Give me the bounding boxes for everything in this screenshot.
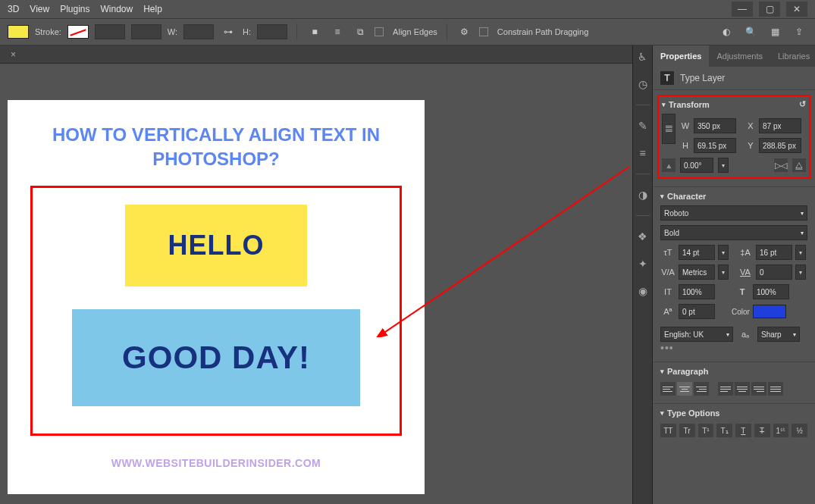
stroke-style-input[interactable]: [131, 24, 161, 39]
align-center-button[interactable]: [677, 382, 692, 396]
h-label: H: [680, 141, 691, 150]
transform-angle-input[interactable]: [680, 158, 713, 173]
chevron-down-icon[interactable]: ▾: [660, 409, 664, 417]
tab-close-icon[interactable]: ×: [6, 49, 20, 60]
properties-panel: Properties Adjustments Libraries T Type …: [652, 45, 815, 504]
goodday-text-box[interactable]: GOOD DAY!: [72, 309, 360, 406]
align-right-button[interactable]: [694, 382, 709, 396]
align-left-button[interactable]: [660, 382, 676, 396]
tracking-dropdown[interactable]: ▾: [795, 265, 806, 280]
stroke-width-input[interactable]: [95, 24, 125, 39]
rail-swatch-icon[interactable]: ≡: [636, 146, 650, 160]
constrain-checkbox[interactable]: [479, 27, 488, 36]
hscale-input[interactable]: [753, 284, 789, 299]
close-button[interactable]: ✕: [786, 2, 807, 17]
font-weight-select[interactable]: Bold▾: [660, 225, 807, 240]
menu-view[interactable]: View: [30, 4, 49, 14]
flip-horizontal-icon[interactable]: ▷◁: [774, 158, 788, 172]
subscript-button[interactable]: T: [754, 424, 770, 437]
font-size-input[interactable]: [679, 245, 715, 260]
tab-properties[interactable]: Properties: [653, 45, 709, 67]
rail-separator: [636, 174, 650, 174]
x-label: X: [745, 121, 756, 130]
justify-all-button[interactable]: [768, 382, 783, 396]
character-overflow-menu[interactable]: •••: [660, 342, 807, 354]
leading-dropdown[interactable]: ▾: [795, 245, 806, 260]
align-edges-checkbox[interactable]: [375, 27, 384, 36]
minimize-button[interactable]: —: [732, 2, 753, 17]
stroke-swatch[interactable]: [67, 25, 89, 39]
kerning-dropdown[interactable]: ▾: [718, 265, 729, 280]
arrange-icon[interactable]: ⧉: [352, 23, 368, 40]
fractions-button[interactable]: ½: [791, 424, 807, 437]
ordinal-button[interactable]: 1ˢᵗ: [773, 424, 789, 437]
hello-text-box[interactable]: HELLO: [125, 205, 307, 286]
transform-width-input[interactable]: [694, 118, 736, 133]
rail-layers-icon[interactable]: ❖: [636, 230, 650, 243]
chevron-down-icon[interactable]: ▾: [660, 193, 664, 200]
rail-paths-icon[interactable]: ✦: [636, 257, 650, 271]
rail-brush-icon[interactable]: ✎: [636, 119, 650, 133]
kerning-input[interactable]: [679, 265, 715, 280]
allcaps-button[interactable]: T¹: [698, 424, 714, 437]
language-select[interactable]: English: UK▾: [660, 327, 733, 342]
path-mode-icon[interactable]: ■: [306, 23, 323, 40]
transform-y-input[interactable]: [759, 138, 801, 153]
chevron-down-icon[interactable]: ▾: [660, 368, 664, 375]
font-size-dropdown[interactable]: ▾: [718, 245, 729, 260]
link-dimensions-icon[interactable]: 𝌆: [662, 114, 676, 144]
width-input[interactable]: [183, 24, 214, 39]
tracking-icon: VA: [738, 265, 753, 279]
collapsed-panel-dock: ♿︎ ◷ ✎ ≡ ◑ ❖ ✦ ◉: [632, 45, 652, 504]
leading-input[interactable]: [756, 245, 792, 260]
separator: [296, 23, 297, 40]
tab-libraries[interactable]: Libraries: [770, 45, 815, 67]
antialias-select[interactable]: Sharp▾: [757, 327, 800, 342]
link-wh-icon[interactable]: ⊶: [220, 23, 237, 40]
share-icon[interactable]: ⇪: [791, 23, 807, 40]
baseline-input[interactable]: [679, 304, 715, 319]
flip-vertical-icon[interactable]: ⧋: [792, 158, 806, 172]
layer-type-header: T Type Layer: [653, 67, 815, 90]
gear-icon[interactable]: ⚙: [456, 23, 473, 40]
rail-color-icon[interactable]: ◑: [636, 188, 650, 202]
rail-history-icon[interactable]: ♿︎: [636, 50, 650, 64]
workspace-icon[interactable]: ▦: [766, 23, 783, 40]
baseline-icon: Aª: [660, 305, 676, 318]
angle-dropdown[interactable]: ▾: [718, 158, 729, 173]
justify-right-button[interactable]: [751, 382, 766, 396]
transform-x-input[interactable]: [759, 118, 801, 133]
chevron-down-icon[interactable]: ▾: [662, 101, 666, 108]
tracking-input[interactable]: [756, 265, 792, 280]
justify-center-button[interactable]: [735, 382, 750, 396]
maximize-button[interactable]: ▢: [759, 2, 780, 17]
superscript-button[interactable]: T: [735, 424, 751, 437]
justify-left-button[interactable]: [718, 382, 733, 396]
text-color-swatch[interactable]: [753, 305, 786, 318]
height-input[interactable]: [257, 24, 287, 39]
rail-clock-icon[interactable]: ◷: [636, 77, 650, 91]
faux-bold-button[interactable]: TT: [660, 424, 676, 437]
fill-swatch[interactable]: [8, 25, 29, 39]
menu-3d[interactable]: 3D: [8, 4, 19, 14]
rail-channels-icon[interactable]: ◉: [636, 284, 650, 298]
paragraph-title: Paragraph: [667, 367, 708, 376]
rail-separator: [636, 105, 650, 105]
cloud-account-icon[interactable]: ◐: [718, 23, 735, 40]
menu-help[interactable]: Help: [143, 4, 162, 14]
align-icon[interactable]: ≡: [329, 23, 346, 40]
vscale-icon: IT: [660, 285, 676, 299]
document-canvas[interactable]: HOW TO VERTICALLY ALIGN TEXT IN PHOTOSHO…: [8, 100, 425, 494]
smallcaps-button[interactable]: T₁: [716, 424, 732, 437]
vscale-input[interactable]: [679, 284, 715, 299]
search-icon[interactable]: 🔍: [742, 23, 759, 40]
faux-italic-button[interactable]: Tr: [679, 424, 695, 437]
reset-icon[interactable]: ↺: [799, 99, 806, 109]
menu-window[interactable]: Window: [101, 4, 133, 14]
transform-height-input[interactable]: [694, 138, 736, 153]
menu-plugins[interactable]: Plugins: [60, 4, 89, 14]
font-family-select[interactable]: Roboto▾: [660, 205, 807, 221]
tab-adjustments[interactable]: Adjustments: [709, 45, 770, 67]
character-title: Character: [667, 192, 706, 201]
transform-title: Transform: [669, 100, 710, 109]
